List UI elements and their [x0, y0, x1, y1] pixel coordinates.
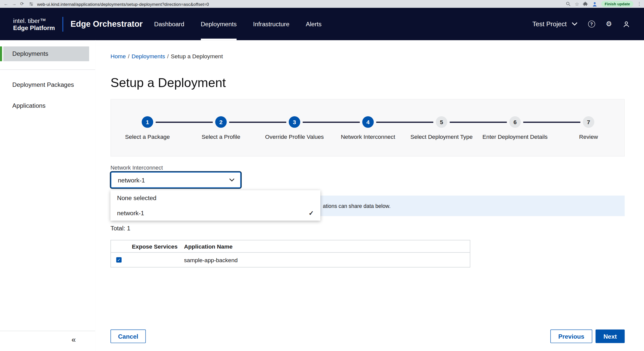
- app-title: Edge Orchestrator: [71, 19, 143, 29]
- nav-dashboard[interactable]: Dashboard: [154, 8, 184, 40]
- zoom-icon[interactable]: [566, 1, 571, 7]
- step-number: 4: [362, 116, 374, 128]
- check-icon: ✓: [309, 209, 314, 217]
- step-number: 2: [215, 116, 227, 128]
- screen: ← → ⟳ web-ui.kind.internal/applications/…: [0, 0, 644, 351]
- finish-update-button[interactable]: Finish update: [601, 1, 633, 7]
- chevron-down-icon: [572, 22, 577, 26]
- site-info-icon[interactable]: [29, 2, 34, 7]
- step-label: Select a Profile: [202, 133, 240, 141]
- sidebar-item-deployment-packages[interactable]: Deployment Packages: [3, 77, 89, 92]
- next-button[interactable]: Next: [596, 330, 625, 343]
- user-account-icon[interactable]: [623, 20, 630, 28]
- step-label: Override Profile Values: [265, 133, 324, 141]
- step-review: 7 Review: [556, 116, 622, 141]
- step-label: Select a Package: [125, 133, 170, 141]
- expose-services-checkbox[interactable]: ✓: [116, 257, 122, 262]
- help-icon[interactable]: ?: [588, 20, 595, 28]
- project-selector[interactable]: Test Project: [532, 20, 577, 28]
- settings-gear-icon[interactable]: ⚙: [606, 20, 612, 28]
- logo-line-1: intel. tiber™: [13, 17, 55, 24]
- step-select-a-package: 1 Select a Package: [115, 116, 180, 141]
- menu-option-network-1[interactable]: network-1 ✓: [110, 205, 320, 221]
- breadcrumb-home[interactable]: Home: [110, 53, 126, 60]
- step-override-profile-values: 3 Override Profile Values: [262, 116, 327, 141]
- sidebar-active-indicator: [0, 46, 2, 61]
- top-nav: Dashboard Deployments Infrastructure Ale…: [154, 8, 322, 40]
- step-select-a-profile: 2 Select a Profile: [188, 116, 254, 141]
- extensions-puzzle-icon[interactable]: [583, 1, 588, 7]
- select-value: network-1: [118, 176, 145, 183]
- network-interconnect-menu: None selected network-1 ✓: [110, 190, 320, 221]
- row-application-name: sample-app-backend: [184, 257, 470, 263]
- sidebar-divider: [0, 69, 95, 70]
- network-interconnect-select[interactable]: network-1: [110, 172, 241, 188]
- menu-option-none-selected[interactable]: None selected: [110, 190, 320, 205]
- url-bar[interactable]: web-ui.kind.internal/applications/deploy…: [37, 2, 209, 7]
- total-count: Total: 1: [110, 225, 130, 232]
- step-enter-deployment-details: 6 Enter Deployment Details: [482, 116, 548, 141]
- sidebar-collapse-icon[interactable]: «: [71, 335, 76, 344]
- step-number: 6: [509, 116, 521, 128]
- step-number: 7: [583, 116, 594, 128]
- step-label: Enter Deployment Details: [483, 133, 548, 141]
- sidebar: Deployments Deployment Packages Applicat…: [0, 40, 96, 351]
- breadcrumb: Home/Deployments/Setup a Deployment: [110, 53, 223, 60]
- bookmark-star-icon[interactable]: ☆: [575, 1, 579, 7]
- nav-alerts[interactable]: Alerts: [306, 8, 321, 40]
- info-banner-text: ations can share data below.: [323, 203, 390, 209]
- step-label: Review: [579, 133, 598, 141]
- sidebar-item-applications[interactable]: Applications: [3, 98, 89, 113]
- browser-toolbar-right: ☆ Finish update ⋮: [566, 1, 644, 7]
- step-number: 1: [142, 116, 153, 128]
- header-application-name: Application Name: [184, 243, 470, 250]
- table-header-row: Expose Services Application Name: [111, 240, 470, 252]
- logo-line-2: Edge Platform: [13, 24, 55, 31]
- back-icon[interactable]: ←: [4, 0, 8, 8]
- sidebar-bottom-divider: [0, 331, 95, 331]
- main-content: Home/Deployments/Setup a Deployment Setu…: [95, 40, 644, 351]
- reload-icon[interactable]: ⟳: [20, 0, 24, 8]
- step-label: Select Deployment Type: [410, 133, 473, 141]
- intel-tiber-logo: intel. tiber™ Edge Platform: [13, 17, 55, 31]
- breadcrumb-deployments[interactable]: Deployments: [131, 53, 165, 60]
- step-number: 5: [436, 116, 447, 128]
- table-row: ✓ sample-app-backend: [111, 252, 470, 267]
- browser-chrome: ← → ⟳ web-ui.kind.internal/applications/…: [0, 0, 644, 8]
- app-header: intel. tiber™ Edge Platform Edge Orchest…: [0, 8, 644, 40]
- browser-menu-icon[interactable]: ⋮: [637, 1, 641, 7]
- network-interconnect-label: Network Interconnect: [110, 165, 163, 171]
- forward-icon[interactable]: →: [12, 0, 16, 8]
- menu-option-label: network-1: [117, 209, 144, 217]
- previous-button[interactable]: Previous: [550, 330, 592, 343]
- header-right: Test Project ? ⚙: [532, 20, 644, 28]
- cancel-button[interactable]: Cancel: [110, 330, 146, 343]
- step-network-interconnect: 4 Network Interconnect: [335, 116, 401, 141]
- breadcrumb-current: Setup a Deployment: [171, 53, 223, 60]
- step-number: 3: [289, 116, 300, 128]
- logo-divider: [62, 17, 63, 32]
- chevron-down-icon: [229, 178, 235, 182]
- project-selector-label: Test Project: [532, 20, 567, 28]
- nav-infrastructure[interactable]: Infrastructure: [253, 8, 289, 40]
- sidebar-item-deployments[interactable]: Deployments: [3, 46, 89, 61]
- breadcrumb-separator: /: [167, 53, 169, 60]
- page-title: Setup a Deployment: [110, 76, 226, 91]
- breadcrumb-separator: /: [128, 53, 129, 60]
- browser-profile-icon[interactable]: [592, 1, 598, 7]
- applications-table: Expose Services Application Name ✓ sampl…: [110, 240, 470, 267]
- step-label: Network Interconnect: [341, 133, 395, 141]
- step-select-deployment-type: 5 Select Deployment Type: [409, 116, 474, 141]
- deployment-stepper: 1 Select a Package 2 Select a Profile 3 …: [110, 99, 625, 156]
- menu-option-label: None selected: [117, 194, 156, 201]
- nav-deployments[interactable]: Deployments: [201, 8, 237, 40]
- header-expose-services: Expose Services: [132, 243, 184, 250]
